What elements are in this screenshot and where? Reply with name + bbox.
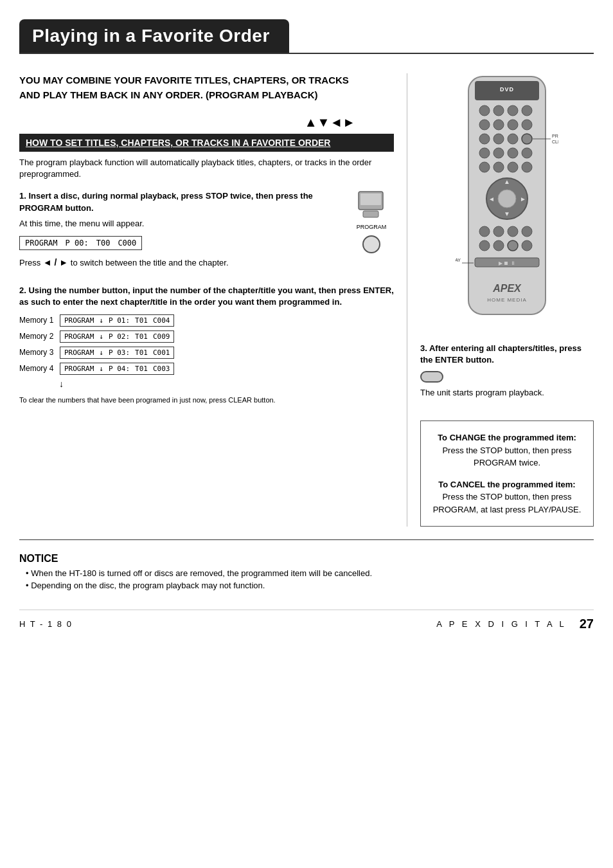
circle-button [362, 235, 380, 253]
memory2-display: PROGRAM ↓ P 02: T01 C009 [60, 330, 174, 343]
final-arrow: ↓ [59, 379, 394, 389]
svg-point-7 [493, 105, 504, 116]
memory4-display: PROGRAM ↓ P 04: T01 C003 [60, 363, 174, 375]
step2-title: 2. Using the number button, input the nu… [19, 285, 394, 308]
page-container: Playing in a Favorite Order YOU MAY COMB… [0, 0, 613, 868]
step1: 1. Insert a disc, during normal playback… [19, 190, 394, 273]
step3-desc: The unit starts program playback. [420, 388, 594, 397]
memory-row-1: Memory 1 PROGRAM ↓ P 01: T01 C004 [19, 314, 394, 327]
prog-col3: T00 [96, 239, 111, 248]
memory1-label: Memory 1 [19, 316, 55, 325]
svg-point-23 [493, 162, 504, 172]
svg-point-17 [522, 134, 532, 144]
memory4-label: Memory 4 [19, 364, 55, 373]
notice-item-2: • Depending on the disc, the program pla… [19, 581, 594, 590]
svg-point-15 [493, 134, 504, 144]
notice-item-1: • When the HT-180 is turned off or discs… [19, 568, 594, 578]
svg-text:◄: ◄ [488, 195, 495, 203]
svg-point-37 [508, 226, 518, 237]
svg-point-40 [493, 240, 504, 251]
svg-point-35 [479, 226, 490, 237]
memory3-display: PROGRAM ↓ P 03: T01 C001 [60, 347, 174, 359]
memory1-display: PROGRAM ↓ P 01: T01 C004 [60, 314, 174, 327]
clear-note: To clear the numbers that have been prog… [19, 395, 394, 405]
memory-row-4: Memory 4 PROGRAM ↓ P 04: T01 C003 [19, 363, 394, 375]
svg-point-18 [479, 148, 490, 158]
svg-point-36 [493, 226, 504, 237]
svg-text:▶ ⏹ ⏸: ▶ ⏹ ⏸ [499, 260, 515, 266]
step2: 2. Using the number button, input the nu… [19, 285, 394, 406]
footer: H T - 1 8 0 A P E X D I G I T A L 27 [19, 610, 594, 631]
svg-rect-1 [360, 194, 381, 205]
notice-title: NOTICE [19, 553, 594, 565]
change-title: To CHANGE the programmed item: [431, 431, 583, 444]
step1-desc2: Press ◄ / ► to switch between the title … [19, 257, 342, 269]
program-button-icon [355, 190, 387, 221]
svg-point-25 [522, 162, 532, 172]
svg-text:CLEAR: CLEAR [552, 140, 558, 144]
svg-point-42 [522, 240, 532, 251]
svg-rect-2 [363, 211, 378, 217]
svg-point-12 [508, 120, 518, 130]
notice-section: NOTICE • When the HT-180 is turned off o… [19, 553, 594, 590]
section-divider [19, 539, 594, 540]
section-desc: The program playback function will autom… [19, 157, 394, 180]
svg-point-30 [498, 190, 516, 208]
section-heading: HOW TO SET TITLES, CHAPTERS, OR TRACKS I… [19, 134, 394, 152]
svg-text:►: ► [520, 195, 526, 203]
svg-point-19 [493, 148, 504, 158]
nav-arrows-indicator: ▲▼◄► [19, 115, 394, 130]
memory3-label: Memory 3 [19, 348, 55, 357]
program-display: PROGRAM P 00: T00 C000 [19, 236, 142, 250]
cancel-text: Press the STOP button, then press PROGRA… [431, 491, 583, 516]
svg-point-6 [479, 105, 490, 116]
svg-point-41 [508, 240, 518, 251]
title-bar: Playing in a Favorite Order [19, 19, 289, 53]
remote-control: DVD [420, 73, 594, 332]
svg-point-16 [508, 134, 518, 144]
memory-rows: Memory 1 PROGRAM ↓ P 01: T01 C004 Memory… [19, 314, 394, 389]
step3: 3. After entering all chapters/titles, p… [420, 343, 594, 397]
footer-model: H T - 1 8 0 [19, 619, 73, 629]
info-item-change: To CHANGE the programmed item: Press the… [431, 431, 583, 469]
step1-title: 1. Insert a disc, during normal playback… [19, 190, 342, 213]
remote-svg: DVD [456, 73, 558, 330]
svg-point-20 [508, 148, 518, 158]
svg-point-38 [522, 226, 532, 237]
step3-title: 3. After entering all chapters/titles, p… [420, 343, 594, 366]
intro-line2: AND PLAY THEM BACK IN ANY ORDER. (PROGRA… [19, 88, 394, 103]
svg-text:PROGRAM: PROGRAM [552, 134, 558, 138]
footer-brand: A P E X D I G I T A L [436, 619, 567, 629]
memory2-label: Memory 2 [19, 332, 55, 341]
memory-row-2: Memory 2 PROGRAM ↓ P 02: T01 C009 [19, 330, 394, 343]
info-box: To CHANGE the programmed item: Press the… [420, 420, 594, 527]
svg-point-10 [479, 120, 490, 130]
memory-row-3: Memory 3 PROGRAM ↓ P 03: T01 C001 [19, 347, 394, 359]
cancel-title: To CANCEL the programmed item: [431, 478, 583, 491]
svg-point-21 [522, 148, 532, 158]
footer-page: 27 [580, 617, 594, 631]
svg-point-14 [479, 134, 490, 144]
page-title: Playing in a Favorite Order [32, 26, 270, 46]
prog-col2: P 00: [66, 239, 89, 248]
svg-point-9 [522, 105, 532, 116]
intro-line1: YOU MAY COMBINE YOUR FAVORITE TITLES, CH… [19, 73, 394, 88]
prog-col1: PROGRAM [25, 239, 58, 248]
change-text: Press the STOP button, then press PROGRA… [431, 444, 583, 469]
prog-col4: C000 [118, 239, 136, 248]
svg-point-22 [479, 162, 490, 172]
title-section: Playing in a Favorite Order [19, 13, 594, 54]
svg-text:DVD: DVD [500, 86, 514, 93]
step1-desc1: At this time, the menu will appear. [19, 218, 342, 230]
info-item-cancel: To CANCEL the programmed item: Press the… [431, 478, 583, 516]
svg-point-13 [522, 120, 532, 130]
svg-text:PLAY: PLAY [456, 258, 461, 262]
svg-point-24 [508, 162, 518, 172]
intro-text: YOU MAY COMBINE YOUR FAVORITE TITLES, CH… [19, 73, 394, 102]
svg-text:APEX: APEX [492, 283, 522, 294]
svg-point-39 [479, 240, 490, 251]
program-label: PROGRAM [357, 224, 387, 230]
svg-text:▼: ▼ [504, 210, 510, 217]
svg-text:HOME MEDIA: HOME MEDIA [487, 297, 527, 303]
svg-point-11 [493, 120, 504, 130]
